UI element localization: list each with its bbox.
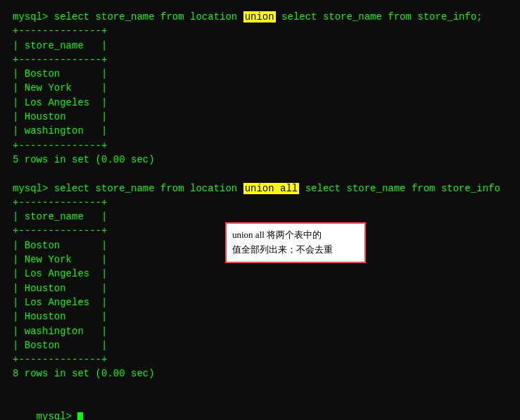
union-all-keyword: union all: [243, 183, 300, 194]
table1-header: | store_name |: [13, 39, 520, 53]
table1-row-3: | Los Angeles |: [13, 96, 520, 110]
query1-line: mysql> select store_name from location u…: [13, 10, 520, 24]
table1-row-5: | washington |: [13, 124, 520, 138]
table1-border-top: +--------------+: [13, 24, 520, 38]
final-prompt-line: mysql>: [13, 395, 520, 420]
cursor-blink: [77, 412, 83, 420]
table1-row-4: | Houston |: [13, 110, 520, 124]
table1-row-2: | New York |: [13, 81, 520, 95]
query1-sql-after: select store_name from store_info;: [276, 11, 483, 23]
table2-row-5: | Los Angeles |: [13, 295, 520, 310]
table2-row-7: | washington |: [13, 324, 520, 338]
table2-row-6: | Houston |: [13, 310, 520, 324]
query2-sql-after: select store_name from store_info: [299, 183, 500, 194]
table2-row-3: | Los Angeles |: [13, 267, 520, 281]
union-keyword-1: union: [243, 11, 276, 23]
final-prompt: mysql>: [37, 411, 78, 420]
annotation-box: union all 将两个表中的 值全部列出来；不会去重: [225, 222, 366, 263]
table1-border-bot: +--------------+: [13, 139, 520, 153]
table2-summary: 8 rows in set (0.00 sec): [13, 367, 520, 381]
prompt2: mysql>: [13, 183, 54, 194]
query2-line: mysql> select store_name from location u…: [13, 182, 520, 196]
query1-sql-before: select store_name from location: [54, 11, 243, 23]
table2-row-4: | Houston |: [13, 281, 520, 295]
table2-row-8: | Boston |: [13, 338, 520, 352]
query2-sql-before: select store_name from location: [54, 183, 243, 194]
terminal-window: mysql> select store_name from location u…: [7, 6, 520, 420]
table2-border-top: +--------------+: [13, 196, 520, 210]
table1-summary: 5 rows in set (0.00 sec): [13, 153, 520, 167]
table1-border-mid: +--------------+: [13, 53, 520, 67]
table2-border-bot: +--------------+: [13, 352, 520, 367]
blank-line-2: [13, 381, 520, 395]
table1-row-1: | Boston |: [13, 67, 520, 81]
blank-line-1: [13, 167, 520, 181]
annotation-line1: union all 将两个表中的: [232, 228, 359, 243]
prompt1: mysql>: [13, 11, 54, 23]
annotation-line2: 值全部列出来；不会去重: [232, 243, 359, 257]
